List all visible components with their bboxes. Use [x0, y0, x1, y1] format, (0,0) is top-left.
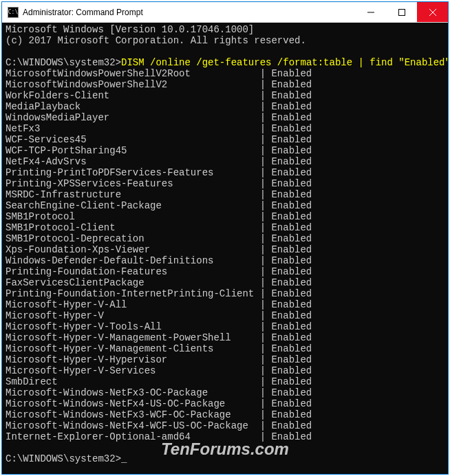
feature-row: Printing-Foundation-InternetPrinting-Cli…	[6, 288, 444, 299]
feature-row: SMB1Protocol | Enabled	[6, 211, 444, 222]
feature-row: Microsoft-Hyper-V-Management-PowerShell …	[6, 332, 444, 343]
blank-line	[6, 442, 444, 453]
command-prompt-window: C:\ Administrator: Command Prompt Micros…	[1, 1, 449, 475]
minimize-button[interactable]	[355, 2, 386, 22]
titlebar[interactable]: C:\ Administrator: Command Prompt	[2, 2, 448, 23]
prompt-line: C:\WINDOWS\system32>_	[6, 453, 444, 464]
cursor[interactable]: _	[121, 453, 127, 464]
feature-row: NetFx4-AdvSrvs | Enabled	[6, 156, 444, 167]
version-line: Microsoft Windows [Version 10.0.17046.10…	[6, 24, 444, 35]
feature-row: SearchEngine-Client-Package | Enabled	[6, 200, 444, 211]
feature-row: Microsoft-Windows-NetFx3-WCF-OC-Package …	[6, 409, 444, 420]
feature-row: MediaPlayback | Enabled	[6, 101, 444, 112]
feature-row: WorkFolders-Client | Enabled	[6, 90, 444, 101]
maximize-icon	[398, 9, 405, 16]
feature-row: SMB1Protocol-Deprecation | Enabled	[6, 233, 444, 244]
feature-row: Microsoft-Hyper-V-Services | Enabled	[6, 365, 444, 376]
feature-row: MicrosoftWindowsPowerShellV2Root | Enabl…	[6, 68, 444, 79]
close-icon	[429, 9, 436, 16]
feature-row: Microsoft-Windows-NetFx4-WCF-US-OC-Packa…	[6, 420, 444, 431]
feature-row: Microsoft-Hyper-V-All | Enabled	[6, 299, 444, 310]
close-button[interactable]	[417, 2, 448, 22]
feature-row: FaxServicesClientPackage | Enabled	[6, 277, 444, 288]
terminal-output[interactable]: Microsoft Windows [Version 10.0.17046.10…	[2, 23, 448, 474]
feature-row: Windows-Defender-Default-Definitions | E…	[6, 255, 444, 266]
feature-row: Xps-Foundation-Xps-Viewer | Enabled	[6, 244, 444, 255]
maximize-button[interactable]	[386, 2, 417, 22]
feature-row: Microsoft-Hyper-V-Management-Clients | E…	[6, 343, 444, 354]
feature-row: Internet-Explorer-Optional-amd64 | Enabl…	[6, 431, 444, 442]
feature-row: MSRDC-Infrastructure | Enabled	[6, 189, 444, 200]
feature-row: Microsoft-Hyper-V | Enabled	[6, 310, 444, 321]
feature-row: NetFx3 | Enabled	[6, 123, 444, 134]
feature-row: Printing-PrintToPDFServices-Features | E…	[6, 167, 444, 178]
feature-row: Printing-Foundation-Features | Enabled	[6, 266, 444, 277]
feature-row: SMB1Protocol-Client | Enabled	[6, 222, 444, 233]
prompt-path: C:\WINDOWS\system32>	[6, 57, 121, 68]
cmd-icon: C:\	[8, 7, 19, 18]
feature-row: Microsoft-Windows-NetFx3-OC-Package | En…	[6, 387, 444, 398]
prompt-path: C:\WINDOWS\system32>	[6, 453, 121, 464]
feature-row: Microsoft-Windows-NetFx4-US-OC-Package |…	[6, 398, 444, 409]
window-controls	[355, 2, 448, 22]
feature-row: MicrosoftWindowsPowerShellV2 | Enabled	[6, 79, 444, 90]
feature-row: WCF-TCP-PortSharing45 | Enabled	[6, 145, 444, 156]
blank-line	[6, 46, 444, 57]
dism-command: DISM /online /get-features /format:table…	[121, 57, 448, 68]
window-title: Administrator: Command Prompt	[23, 8, 355, 17]
command-line: C:\WINDOWS\system32>DISM /online /get-fe…	[6, 57, 444, 68]
feature-row: Microsoft-Hyper-V-Hypervisor | Enabled	[6, 354, 444, 365]
minimize-icon	[367, 9, 374, 16]
feature-row: Printing-XPSServices-Features | Enabled	[6, 178, 444, 189]
feature-row: WCF-Services45 | Enabled	[6, 134, 444, 145]
svg-rect-1	[398, 9, 405, 15]
feature-row: Microsoft-Hyper-V-Tools-All | Enabled	[6, 321, 444, 332]
feature-row: WindowsMediaPlayer | Enabled	[6, 112, 444, 123]
copyright-line: (c) 2017 Microsoft Corporation. All righ…	[6, 35, 444, 46]
feature-row: SmbDirect | Enabled	[6, 376, 444, 387]
